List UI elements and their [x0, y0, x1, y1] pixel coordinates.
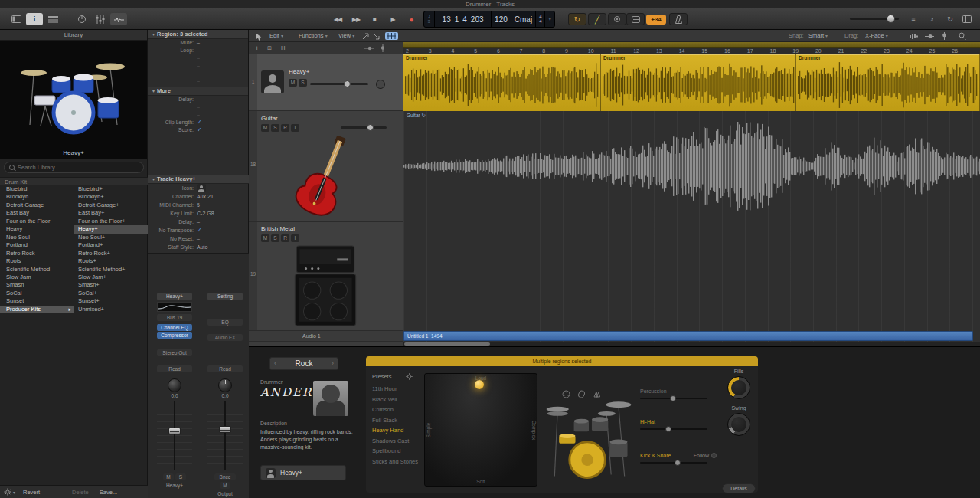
preset-item[interactable]: Heavy Hand: [366, 425, 421, 436]
rewind-button[interactable]: ◀◀: [329, 14, 346, 25]
handclap-icon[interactable]: [593, 390, 601, 398]
library-item[interactable]: Retro Rock: [0, 250, 74, 257]
inspector-row[interactable]: –: [148, 54, 248, 62]
guitar-region-label[interactable]: Guitar ↻: [407, 113, 426, 119]
preset-item[interactable]: Shadows Cast: [366, 436, 421, 447]
empty-lane[interactable]: [403, 222, 980, 331]
drummer-region-1[interactable]: Drummer: [403, 54, 601, 111]
lcd-position[interactable]: 13 1 4 203: [435, 11, 492, 27]
note-pads-button[interactable]: ♪: [923, 13, 940, 25]
duplicate-track-button[interactable]: ⊞: [267, 42, 272, 54]
genre-prev-icon[interactable]: ‹: [274, 359, 276, 367]
pan-knob[interactable]: [168, 378, 181, 392]
eq-thumbnail[interactable]: [157, 302, 192, 312]
inspector-toggle-button[interactable]: i: [26, 13, 43, 25]
library-item[interactable]: Roots+: [74, 257, 148, 265]
drummer-region-3[interactable]: Drummer: [796, 54, 980, 111]
varispeed-badge[interactable]: +34: [646, 15, 666, 25]
track-solo-button[interactable]: S: [299, 79, 307, 87]
header-zoom-v-icon[interactable]: [381, 44, 385, 52]
library-item[interactable]: Detroit Garage: [0, 201, 74, 209]
flex-button[interactable]: [385, 32, 398, 40]
audio-region[interactable]: Untitled 1_1494: [403, 331, 973, 341]
patch-button[interactable]: Heavy+: [260, 465, 346, 480]
lcd-tempo[interactable]: 120: [492, 11, 511, 27]
header-zoom-h-icon[interactable]: [364, 46, 374, 51]
lcd-display[interactable]: ♪ ≡ 13 1 4 203 120 Cmaj 4 4 ▾: [423, 11, 555, 28]
channel-setting-button[interactable]: Heavy+: [157, 293, 192, 300]
library-item[interactable]: Heavy+: [74, 225, 148, 233]
kick-snare-knob[interactable]: [675, 460, 681, 466]
library-item[interactable]: Sunset+: [74, 297, 148, 305]
library-item[interactable]: Neo Soul: [0, 234, 74, 241]
library-item[interactable]: East Bay+: [74, 209, 148, 217]
forward-button[interactable]: ▶▶: [348, 14, 364, 25]
track-header-heavy[interactable]: 1 Heavy+ M S: [249, 54, 403, 111]
replace-button[interactable]: [608, 13, 626, 25]
inspector-row[interactable]: No Transpose:✓: [148, 226, 249, 234]
zoom-vertical-icon[interactable]: [939, 32, 949, 40]
low-latency-button[interactable]: [626, 13, 645, 25]
track-header-guitar[interactable]: 18 Guitar M S R I: [249, 111, 403, 222]
output-slot[interactable]: Stereo Out: [157, 349, 192, 356]
lcd-signature[interactable]: 4 4: [536, 11, 545, 27]
inspector-row[interactable]: MIDI Channel:5: [148, 201, 249, 209]
preset-item[interactable]: Full Stack: [366, 415, 421, 426]
track-inspector-header[interactable]: ▾Track: Heavy+: [148, 175, 249, 184]
automation-mode-button[interactable]: Read: [157, 365, 192, 372]
track-input-button[interactable]: I: [291, 234, 299, 242]
inspector-row[interactable]: Clip Length:✓: [148, 119, 248, 126]
library-item[interactable]: Neo Soul+: [74, 234, 148, 241]
library-item[interactable]: Brooklyn: [0, 193, 74, 201]
cycle-button[interactable]: ↻: [568, 13, 586, 25]
more-header[interactable]: ▾More: [148, 87, 248, 96]
track-header-audio1[interactable]: Audio 1: [249, 331, 403, 342]
inspector-row[interactable]: Staff Style:Auto: [148, 243, 249, 251]
output-fader-cap[interactable]: [219, 426, 231, 433]
drummer-lane[interactable]: Drummer Drummer Drummer: [403, 54, 980, 111]
track-mute-button[interactable]: M: [261, 234, 270, 242]
library-item[interactable]: Scientific Method+: [74, 266, 148, 274]
inspector-row[interactable]: Mute:–: [148, 39, 248, 47]
percussion-knob[interactable]: [670, 395, 676, 401]
genre-next-icon[interactable]: ›: [332, 359, 334, 367]
library-item[interactable]: Bluebird+: [74, 185, 148, 193]
inspector-row[interactable]: –: [148, 62, 248, 70]
smart-controls-button[interactable]: [74, 13, 90, 25]
insert-slot-2[interactable]: Compressor: [157, 332, 192, 339]
preset-item[interactable]: 11th Hour: [366, 384, 421, 395]
inspector-row[interactable]: Score:✓: [148, 126, 248, 134]
library-toggle-button[interactable]: [8, 13, 24, 25]
track-pan-knob[interactable]: [376, 80, 385, 89]
tracks-lanes[interactable]: Drummer Drummer Drummer Guitar ↻ Untitle…: [403, 54, 980, 342]
tambourine-icon[interactable]: [562, 390, 570, 398]
insert-slot-1[interactable]: Channel EQ: [157, 324, 192, 331]
zoom-menu-icon[interactable]: [957, 32, 967, 40]
library-item[interactable]: Portland: [0, 241, 74, 249]
autopunch-button[interactable]: ╱: [588, 13, 606, 25]
view-menu[interactable]: View ▾: [338, 30, 354, 42]
hide-tracks-button[interactable]: H: [281, 42, 285, 54]
library-item[interactable]: Four on the Floor+: [74, 218, 148, 225]
track-name[interactable]: British Metal: [261, 225, 295, 232]
mute-button[interactable]: M: [163, 473, 174, 480]
inspector-row[interactable]: Key Limit:C-2 G8: [148, 209, 249, 218]
pointer-tool-icon[interactable]: [254, 33, 264, 41]
fills-knob[interactable]: [727, 376, 750, 399]
inspector-row[interactable]: Icon:: [148, 184, 249, 192]
track-volume-slider[interactable]: [310, 83, 368, 85]
list-editors-button[interactable]: ≡: [905, 13, 922, 25]
library-item[interactable]: Portland+: [74, 241, 148, 249]
preset-item[interactable]: Black Veil: [366, 395, 421, 405]
nudge-left-icon[interactable]: [361, 32, 371, 40]
track-record-button[interactable]: R: [281, 234, 289, 242]
library-item[interactable]: SoCal+: [74, 290, 148, 297]
edit-menu[interactable]: Edit ▾: [270, 30, 283, 42]
nudge-right-icon[interactable]: [371, 32, 381, 40]
mixer-button[interactable]: [92, 13, 109, 25]
master-volume-slider[interactable]: [850, 18, 899, 20]
track-header-british-metal[interactable]: 19 British Metal M S R I: [249, 222, 403, 331]
editors-button[interactable]: [110, 13, 127, 25]
track-mute-button[interactable]: M: [261, 124, 270, 132]
lcd-chevron-icon[interactable]: ▾: [545, 11, 554, 27]
